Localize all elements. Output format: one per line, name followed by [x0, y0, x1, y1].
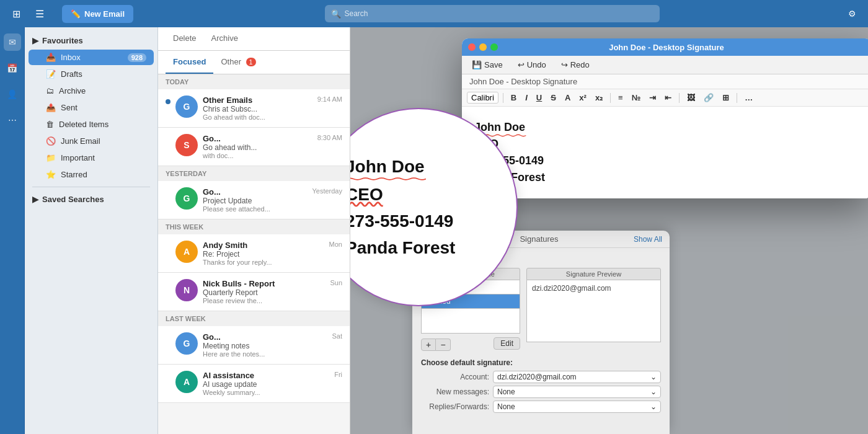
chevron-right-icon-2: ▶ [32, 195, 38, 204]
icon-rail: ✉ 📅 👤 ⋯ [0, 27, 25, 434]
unread-indicator [166, 99, 170, 104]
sidebar-item-inbox[interactable]: 📥 Inbox 928 [29, 50, 154, 65]
email-time: Fri [334, 371, 342, 378]
saved-searches-section[interactable]: ▶ Saved Searches [25, 191, 157, 208]
main-layout: ✉ 📅 👤 ⋯ ▶ Favourites 📥 Inbox 928 📝 Draft… [0, 27, 868, 434]
toolbar-sep [503, 93, 503, 103]
redo-button[interactable]: ↪ Redo [557, 58, 593, 71]
avatar: A [175, 241, 198, 263]
top-bar-right: ⚙ [843, 5, 861, 22]
mail-icon[interactable]: ✉ [4, 33, 21, 51]
email-item[interactable]: N Nick Bulls - Report Quarterly Report P… [158, 273, 350, 311]
maximize-button[interactable] [490, 43, 498, 51]
favourites-section[interactable]: ▶ Favourites [25, 32, 157, 49]
settings-icon[interactable]: ⚙ [843, 5, 861, 22]
grid-icon[interactable]: ⊞ [7, 5, 25, 22]
hamburger-icon[interactable]: ☰ [31, 5, 48, 22]
sidebar-item-deleted[interactable]: 🗑 Deleted Items [29, 117, 154, 132]
tab-focused[interactable]: Focused [166, 51, 213, 74]
search-bar[interactable]: 🔍 Search [325, 5, 660, 22]
numbered-button[interactable]: № [629, 92, 644, 104]
zoom-company: Panda Forest [350, 236, 455, 260]
show-all-button[interactable]: Show All [634, 235, 662, 244]
email-item[interactable]: G Go... Meeting notes Here are the notes… [158, 326, 350, 365]
chevron-down-icon-2: ⌄ [650, 388, 657, 396]
new-messages-label: New messages: [421, 388, 489, 396]
replies-select[interactable]: None ⌄ [493, 401, 661, 413]
toolbar-sep2 [610, 93, 611, 103]
chevron-down-icon: ⌄ [650, 373, 657, 381]
image-button[interactable]: 🖼 [684, 92, 698, 104]
add-sig-button[interactable]: + [421, 339, 436, 351]
font-selector[interactable]: Calibri [467, 92, 498, 104]
redo-icon: ↪ [561, 60, 568, 69]
important-icon: 📁 [46, 153, 56, 162]
highlight-button[interactable]: A [562, 92, 574, 104]
sig-content-area[interactable]: John Doe CEO 273-555-0149 Panda Forest [462, 107, 868, 198]
remove-sig-button[interactable]: − [436, 339, 451, 351]
more-button[interactable]: … [742, 92, 756, 104]
email-item[interactable]: A AI assistance AI usage update Weekly s… [158, 365, 350, 403]
outdent-button[interactable]: ⇤ [662, 92, 675, 104]
window-controls [468, 43, 498, 51]
replies-label: Replies/Forwards: [421, 402, 489, 411]
edit-sig-button[interactable]: Edit [494, 337, 520, 350]
new-messages-row: New messages: None ⌄ [421, 386, 661, 398]
minimize-button[interactable] [479, 43, 487, 51]
superscript-button[interactable]: x² [576, 92, 590, 104]
compose-icon: ✏️ [71, 9, 81, 19]
strikethrough-button[interactable]: S [547, 92, 559, 104]
sidebar-item-drafts[interactable]: 📝 Drafts [29, 66, 154, 82]
save-button[interactable]: 💾 Save [468, 58, 507, 71]
contacts-icon[interactable]: 👤 [4, 86, 21, 103]
sidebar-item-junk[interactable]: 🚫 Junk Email [29, 133, 154, 149]
sidebar-item-archive[interactable]: 🗂 Archive [29, 83, 154, 99]
zoom-name: John Doe [350, 154, 425, 179]
tab-archive[interactable]: Archive [204, 27, 246, 50]
email-item[interactable]: S Go... Go ahead with... with doc... 8:3… [158, 128, 350, 166]
underline-button[interactable]: U [533, 92, 545, 104]
subscript-button[interactable]: x₂ [592, 92, 606, 104]
sidebar-item-sent[interactable]: 📤 Sent [29, 100, 154, 115]
bold-button[interactable]: B [508, 92, 520, 104]
close-button[interactable] [468, 43, 476, 51]
sig-preview-col: Signature Preview dzi.dzi2020@gmail.com [526, 268, 661, 351]
account-select[interactable]: dzi.dzi2020@gmail.com ⌄ [493, 371, 661, 383]
sidebar-item-starred[interactable]: ⭐ Starred [29, 167, 154, 182]
new-messages-select[interactable]: None ⌄ [493, 386, 661, 398]
bullets-button[interactable]: ≡ [615, 92, 626, 104]
email-time: Sun [330, 279, 342, 286]
chevron-right-icon: ▶ [32, 36, 38, 45]
toolbar-sep4 [737, 93, 737, 103]
email-content: Go... Project Update Please see attached… [203, 187, 307, 213]
sig-name-empty [421, 309, 520, 334]
italic-button[interactable]: I [522, 92, 531, 104]
sig-names-controls-row: + − Edit [421, 336, 520, 351]
search-icon: 🔍 [331, 9, 341, 19]
indent-button[interactable]: ⇥ [646, 92, 659, 104]
email-item[interactable]: A Andy Smith Re: Project Thanks for your… [158, 234, 350, 273]
email-items-list: Today G Other Emails Chris at Subsc... G… [158, 74, 350, 434]
junk-icon: 🚫 [46, 136, 56, 146]
sig-name-bar: John Doe - Desktop Signature [462, 74, 868, 89]
email-tabs: Delete Archive [158, 27, 350, 51]
trash-icon: 🗑 [46, 120, 54, 129]
tab-other-msgs[interactable]: Other 1 [213, 51, 263, 74]
avatar: G [175, 95, 198, 118]
email-item[interactable]: G Other Emails Chris at Subsc... Go ahea… [158, 89, 350, 128]
replies-row: Replies/Forwards: None ⌄ [421, 401, 661, 413]
archive-icon: 🗂 [46, 86, 54, 95]
sig-preview-area: dzi.dzi2020@gmail.com [526, 280, 661, 342]
tasks-icon[interactable]: ⋯ [4, 112, 21, 129]
table-button[interactable]: ⊞ [719, 92, 732, 104]
undo-button[interactable]: ↩ Undo [514, 58, 550, 71]
email-item[interactable]: G Go... Project Update Please see attach… [158, 181, 350, 219]
tab-other[interactable]: Delete [166, 27, 204, 50]
link-button[interactable]: 🔗 [701, 92, 717, 104]
email-time: Sat [332, 332, 342, 340]
sidebar-item-important[interactable]: 📁 Important [29, 150, 154, 166]
save-icon: 💾 [472, 60, 482, 69]
new-email-button[interactable]: ✏️ New Email [62, 5, 133, 23]
calendar-icon[interactable]: 📅 [4, 60, 21, 77]
group-header-last-week: Last Week [158, 311, 350, 326]
